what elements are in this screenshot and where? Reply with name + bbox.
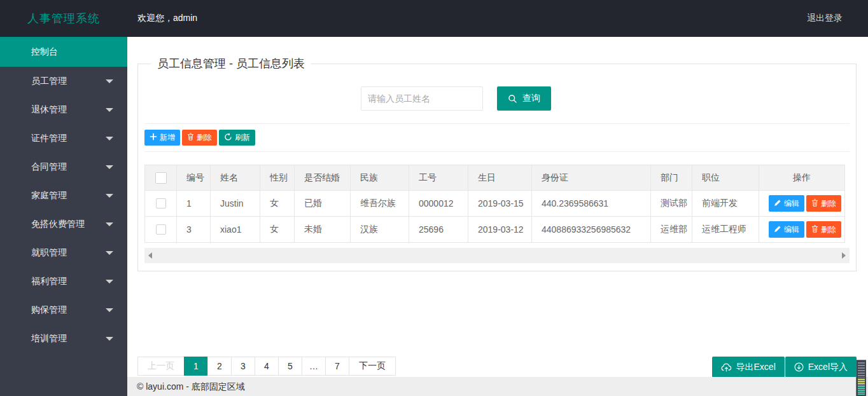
- table-cell: 440886933256985632: [532, 217, 651, 243]
- table-cell: 汉族: [351, 217, 409, 243]
- pagination-page-7[interactable]: 7: [325, 357, 349, 376]
- edit-row-button[interactable]: 编辑: [769, 195, 804, 212]
- row-checkbox[interactable]: [156, 224, 166, 235]
- import-excel-button[interactable]: Excel导入: [785, 357, 857, 378]
- table-cell: 女: [260, 217, 295, 243]
- table-cell: 0000012: [409, 191, 468, 217]
- divider: [144, 151, 850, 152]
- trash-icon: [811, 199, 818, 208]
- sidebar-item-console[interactable]: 控制台: [0, 37, 127, 67]
- chevron-down-icon: [106, 137, 113, 144]
- chevron-down-icon: [106, 251, 113, 259]
- scroll-right-icon[interactable]: [842, 252, 846, 259]
- excel-buttons: 导出Excel Excel导入: [712, 357, 857, 378]
- pagination-next[interactable]: 下一页: [349, 357, 396, 376]
- sidebar-item-training[interactable]: 培训管理: [0, 324, 127, 353]
- pagination-page-3[interactable]: 3: [231, 357, 255, 376]
- sidebar-item-certificate[interactable]: 证件管理: [0, 124, 127, 153]
- sidebar-item-family[interactable]: 家庭管理: [0, 181, 127, 210]
- chevron-down-icon: [106, 222, 113, 230]
- sidebar-item-label: 员工管理: [31, 76, 67, 87]
- pagination-page-2[interactable]: 2: [207, 357, 232, 376]
- select-all-checkbox[interactable]: [155, 172, 167, 184]
- column-header: 民族: [351, 165, 409, 191]
- table-cell: 已婚: [295, 191, 351, 217]
- trash-icon: [187, 133, 194, 142]
- table-cell: 运维工程师: [692, 217, 759, 243]
- column-header: 生日: [468, 165, 532, 191]
- sidebar-item-retirement[interactable]: 退休管理: [0, 95, 127, 124]
- table-toolbar: 新增删除刷新: [144, 130, 850, 146]
- table-header-row: 编号姓名性别是否结婚民族工号生日身份证部门职位操作: [145, 165, 845, 191]
- chevron-down-icon: [106, 165, 113, 173]
- table-cell: 女: [260, 191, 295, 217]
- table-cell: 3: [177, 217, 211, 243]
- sidebar-item-employment[interactable]: 就职管理: [0, 238, 127, 267]
- cloud-upload-icon: [721, 363, 732, 372]
- table-cell: Justin: [211, 191, 260, 217]
- sidebar-item-label: 培训管理: [31, 333, 67, 345]
- sidebar-item-label: 退休管理: [31, 104, 67, 116]
- divider: [144, 123, 850, 124]
- scroll-left-icon[interactable]: [148, 252, 152, 259]
- pagination-page-5[interactable]: 5: [278, 357, 302, 376]
- welcome-text: 欢迎您，admin: [137, 13, 197, 24]
- refresh-icon: [224, 133, 232, 143]
- column-header: 身份证: [532, 165, 651, 191]
- search-button[interactable]: 查询: [497, 86, 551, 111]
- chevron-down-icon: [106, 79, 113, 87]
- add-button[interactable]: 新增: [144, 130, 180, 146]
- pencil-icon: [774, 199, 781, 208]
- table-cell: 维吾尔族: [351, 191, 409, 217]
- sidebar-item-label: 免搭伙费管理: [31, 219, 85, 230]
- sidebar-item-label: 合同管理: [31, 161, 67, 173]
- pagination-page-4[interactable]: 4: [255, 357, 279, 376]
- chevron-down-icon: [106, 194, 113, 201]
- table-cell: 2019-03-12: [468, 217, 532, 243]
- sidebar-item-label: 购保管理: [31, 304, 67, 316]
- sidebar-item-employee[interactable]: 员工管理: [0, 67, 127, 95]
- pagination-prev[interactable]: 上一页: [137, 357, 185, 376]
- delete-row-button[interactable]: 删除: [806, 195, 841, 212]
- minimap-stripes-yellow: [858, 379, 865, 385]
- column-header: 姓名: [211, 165, 260, 191]
- sidebar-item-meal-fee[interactable]: 免搭伙费管理: [0, 210, 127, 238]
- column-header: 部门: [651, 165, 692, 191]
- minimap-stripes-teal: [858, 386, 865, 395]
- sidebar-item-label: 家庭管理: [31, 190, 67, 201]
- column-header: 操作: [759, 165, 845, 191]
- sidebar-item-insurance[interactable]: 购保管理: [0, 296, 127, 324]
- sidebar-nav: 控制台员工管理退休管理证件管理合同管理家庭管理免搭伙费管理就职管理福利管理购保管…: [0, 37, 127, 396]
- sidebar-item-label: 福利管理: [31, 276, 67, 287]
- table-cell: 1: [177, 191, 211, 217]
- table-cell: 440.2369586631: [532, 191, 651, 217]
- pencil-icon: [774, 225, 781, 235]
- logout-link[interactable]: 退出登录: [807, 13, 843, 24]
- horizontal-scrollbar[interactable]: [144, 248, 850, 263]
- search-icon: [508, 94, 517, 104]
- minimap-stripes-gray: [858, 362, 865, 378]
- sidebar-item-label: 证件管理: [31, 133, 67, 144]
- bottom-row: 上一页12345…7下一页 导出Excel Excel导入: [137, 357, 857, 378]
- delete-button[interactable]: 删除: [182, 130, 217, 146]
- sidebar-item-contract[interactable]: 合同管理: [0, 153, 127, 181]
- pagination-page-1[interactable]: 1: [184, 357, 208, 376]
- pagination: 上一页12345…7下一页: [137, 357, 396, 376]
- minimap-scrollbar[interactable]: [856, 360, 866, 396]
- delete-row-button[interactable]: 删除: [806, 221, 841, 238]
- table-cell: 前端开发: [692, 191, 759, 217]
- row-checkbox[interactable]: [156, 198, 166, 208]
- search-input[interactable]: [361, 86, 483, 111]
- download-circle-icon: [794, 362, 804, 372]
- chevron-down-icon: [106, 108, 113, 116]
- column-header: 性别: [260, 165, 295, 191]
- chevron-down-icon: [106, 308, 113, 316]
- sidebar-item-welfare[interactable]: 福利管理: [0, 267, 127, 296]
- chevron-down-icon: [106, 280, 113, 287]
- export-excel-button[interactable]: 导出Excel: [712, 357, 785, 378]
- refresh-button[interactable]: 刷新: [219, 130, 255, 146]
- top-header: 人事管理系统 欢迎您，admin 退出登录: [0, 0, 868, 37]
- chevron-down-icon: [106, 337, 113, 345]
- edit-row-button[interactable]: 编辑: [769, 221, 804, 238]
- column-header: 工号: [409, 165, 468, 191]
